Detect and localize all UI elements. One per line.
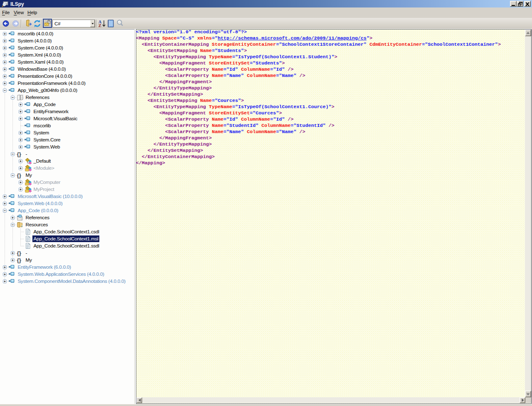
svg-text:Z: Z bbox=[99, 23, 101, 28]
